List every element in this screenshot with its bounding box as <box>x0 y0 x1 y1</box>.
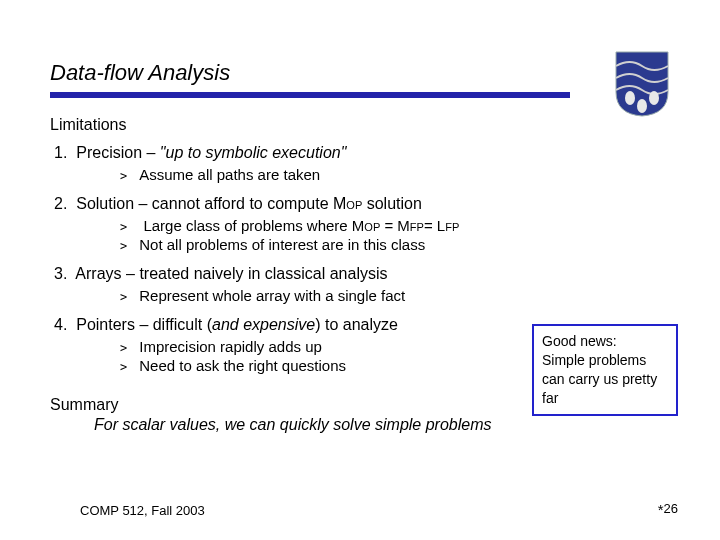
sub-1-1: Assume all paths are taken <box>50 166 670 183</box>
footer-page: 26 <box>664 501 678 516</box>
head-3: Arrays – treated naively in classical an… <box>75 265 387 282</box>
sub-2-1s3: FP <box>445 221 459 233</box>
callout-line-1: Good news: <box>542 332 668 351</box>
crest-logo <box>614 50 670 118</box>
sub-2-1c: = L <box>424 217 445 234</box>
ital-4: and expensive <box>212 316 315 333</box>
point-2: 2. Solution – cannot afford to compute M… <box>50 195 670 253</box>
point-1: 1. Precision – "up to symbolic execution… <box>50 144 670 183</box>
sub-2-1: Large class of problems where MOP = MFP=… <box>50 217 670 234</box>
sub-2-1a: Large class of problems where M <box>143 217 364 234</box>
sc-2a: OP <box>346 199 362 211</box>
tail-4: ) to analyze <box>315 316 398 333</box>
section-heading: Limitations <box>50 116 670 134</box>
svg-point-2 <box>637 99 647 113</box>
callout-box: Good news: Simple problems can carry us … <box>532 324 678 416</box>
footer-course: COMP 512, Fall 2003 <box>80 503 205 518</box>
lead-3: 3. <box>54 265 67 282</box>
svg-point-1 <box>649 91 659 105</box>
ital-1: "up to symbolic execution" <box>160 144 347 161</box>
sub-2-1s2: FP <box>410 221 424 233</box>
lead-2: 2. <box>54 195 67 212</box>
footer: COMP 512, Fall 2003 *26 <box>80 503 678 518</box>
sub-2-1s1: OP <box>364 221 380 233</box>
point-3: 3. Arrays – treated naively in classical… <box>50 265 670 304</box>
summary-body: For scalar values, we can quickly solve … <box>50 416 670 434</box>
head-2: Solution – cannot afford to compute M <box>76 195 346 212</box>
head-1: Precision – <box>76 144 160 161</box>
lead-1: 1. <box>54 144 67 161</box>
sub-3-1: Represent whole array with a single fact <box>50 287 670 304</box>
sub-2-2: Not all problems of interest are in this… <box>50 236 670 253</box>
lead-4: 4. <box>54 316 67 333</box>
slide-title: Data-flow Analysis <box>50 60 670 86</box>
callout-line-2: Simple problems can carry us pretty far <box>542 351 668 408</box>
title-underline <box>50 92 570 98</box>
tail-2: solution <box>362 195 422 212</box>
svg-point-0 <box>625 91 635 105</box>
sub-2-1b: = M <box>380 217 410 234</box>
head-4: Pointers – difficult ( <box>76 316 212 333</box>
